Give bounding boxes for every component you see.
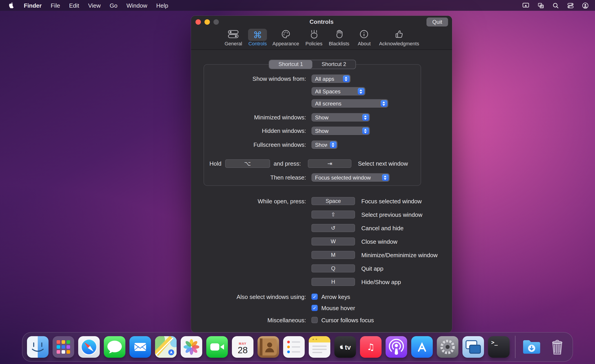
dock-system-preferences-icon[interactable]	[437, 336, 458, 358]
fullscreen-windows-select[interactable]: Show	[312, 140, 338, 149]
dock-tv-icon[interactable]: tv	[334, 336, 356, 358]
tab-appearance[interactable]: Appearance	[270, 29, 302, 46]
dock-music-icon[interactable]: ♫	[360, 336, 382, 358]
dock-finder-icon[interactable]	[27, 336, 49, 358]
miscellaneous-row: Miscellaneous: ✓ Cursor follows focus	[191, 316, 452, 324]
dock-maps-icon[interactable]	[155, 336, 177, 358]
menu-item-edit[interactable]: Edit	[64, 2, 84, 9]
press-key-recorder[interactable]: ⇥	[308, 159, 352, 168]
menu-bar-status-area	[522, 2, 589, 9]
dock-notes-icon[interactable]	[309, 336, 330, 358]
mouse-hover-checkbox[interactable]: ✓	[312, 305, 318, 311]
miscellaneous-label: Miscellaneous:	[191, 317, 306, 323]
dock-appstore-icon[interactable]	[411, 336, 433, 358]
screens-select[interactable]: All screens	[312, 99, 388, 108]
hidden-windows-label: Hidden windows:	[204, 127, 306, 134]
tab-controls[interactable]: ⌘ Controls	[246, 29, 269, 46]
menu-item-go[interactable]: Go	[105, 2, 122, 9]
apple-menu-icon[interactable]	[8, 2, 15, 9]
tab-shortcut-2[interactable]: Shortcut 2	[312, 60, 355, 69]
hold-shortcut-row: Hold ⌥ and press: ⇥ Select next window	[204, 159, 421, 168]
dock-contacts-icon[interactable]	[257, 336, 279, 358]
minimized-windows-label: Minimized windows:	[204, 114, 306, 121]
tab-acknowledgments[interactable]: Acknowledgments	[377, 29, 422, 46]
tab-blacklists[interactable]: Blacklists	[326, 29, 352, 46]
dock-safari-icon[interactable]	[78, 336, 100, 358]
palette-icon	[281, 29, 291, 41]
show-windows-from-row: Show windows from: All apps	[204, 75, 421, 83]
then-release-select[interactable]: Focus selected window	[312, 173, 390, 182]
shortcut-tabs: Shortcut 1 Shortcut 2	[269, 60, 356, 69]
while-open-row-6: Q Quit app	[191, 264, 452, 272]
marionette-hand-icon	[309, 29, 319, 41]
calendar-month: MAY	[239, 342, 247, 345]
while-open-row-4: W Close window	[191, 237, 452, 246]
dock-mail-icon[interactable]	[129, 336, 151, 358]
key-m[interactable]: M	[312, 251, 355, 259]
show-windows-from-select[interactable]: All apps	[312, 75, 351, 83]
dock-reminders-icon[interactable]	[283, 336, 305, 358]
dock-calendar-icon[interactable]: MAY 28	[232, 336, 254, 358]
also-select-label: Also select windows using:	[191, 293, 306, 300]
popup-stepper-icon	[330, 141, 337, 148]
dock-messages-icon[interactable]	[104, 336, 125, 358]
menu-app-name[interactable]: Finder	[19, 2, 46, 9]
key-h[interactable]: H	[312, 278, 355, 286]
show-windows-from-label: Show windows from:	[204, 76, 306, 82]
while-open-row-3: ↺ Cancel and hide	[191, 224, 452, 232]
window-title: Controls	[191, 18, 452, 25]
title-bar: Controls Quit	[191, 16, 452, 28]
music-note-glyph: ♫	[367, 342, 375, 352]
spotlight-search-icon[interactable]	[552, 2, 559, 9]
hold-key-recorder[interactable]: ⌥	[225, 159, 270, 168]
menu-item-window[interactable]: Window	[122, 2, 152, 9]
key-q[interactable]: Q	[312, 264, 355, 272]
menu-item-file[interactable]: File	[46, 2, 64, 9]
and-press-label: and press:	[274, 160, 301, 167]
key-shift[interactable]: ⇧	[312, 211, 355, 219]
menu-item-view[interactable]: View	[84, 2, 105, 9]
popup-stepper-icon	[358, 88, 364, 95]
dock-downloads-icon[interactable]	[521, 336, 542, 358]
user-account-icon[interactable]	[581, 2, 589, 9]
while-open-row-2: ⇧ Select previous window	[191, 211, 452, 219]
key-space[interactable]: Space	[312, 197, 355, 205]
control-center-icon[interactable]	[567, 2, 574, 9]
dock: MAY 28 tv ♫	[22, 332, 573, 362]
tab-about[interactable]: About	[353, 29, 376, 46]
tab-general[interactable]: General	[222, 29, 245, 46]
hold-label: Hold	[209, 160, 221, 167]
screens-row: All screens	[204, 99, 421, 108]
spaces-select[interactable]: All Spaces	[312, 87, 365, 96]
dock-launchpad-icon[interactable]	[53, 336, 74, 358]
popup-stepper-icon	[381, 100, 387, 107]
key-w[interactable]: W	[312, 237, 355, 246]
arrow-keys-checkbox[interactable]: ✓	[312, 294, 318, 300]
popup-stepper-icon	[362, 114, 369, 121]
preferences-window: Controls Quit General ⌘ Controls Appeara…	[191, 16, 452, 333]
also-select-row-1: Also select windows using: ✓ Arrow keys	[191, 293, 452, 300]
dock-facetime-icon[interactable]	[206, 336, 228, 358]
while-open-label: While open, press:	[191, 198, 306, 205]
hidden-windows-select[interactable]: Show	[312, 127, 370, 135]
dock-alttab-icon[interactable]	[462, 336, 484, 358]
dock-terminal-icon[interactable]: >_	[488, 336, 510, 358]
tab-shortcut-1[interactable]: Shortcut 1	[269, 60, 312, 69]
fullscreen-windows-row: Fullscreen windows: Show	[204, 140, 421, 149]
dock-trash-icon[interactable]	[546, 336, 568, 358]
dock-podcasts-icon[interactable]	[386, 336, 407, 358]
tab-policies[interactable]: Policies	[302, 29, 326, 46]
cursor-follows-focus-checkbox[interactable]: ✓	[312, 317, 318, 323]
screen-mirroring-icon[interactable]	[522, 2, 529, 9]
controls-pane: Shortcut 1 Shortcut 2 Show windows from:…	[191, 50, 452, 333]
minimized-windows-select[interactable]: Show	[312, 113, 370, 122]
while-open-row-1: While open, press: Space Focus selected …	[191, 197, 452, 205]
key-escape[interactable]: ↺	[312, 224, 355, 232]
dock-divider	[515, 336, 516, 358]
quit-button[interactable]: Quit	[426, 18, 448, 27]
apple-tv-logo: tv	[340, 343, 351, 351]
dock-photos-icon[interactable]	[181, 336, 202, 358]
alttab-menubar-icon[interactable]	[537, 2, 544, 9]
while-open-row-7: H Hide/Show app	[191, 278, 452, 286]
menu-item-help[interactable]: Help	[152, 2, 173, 9]
